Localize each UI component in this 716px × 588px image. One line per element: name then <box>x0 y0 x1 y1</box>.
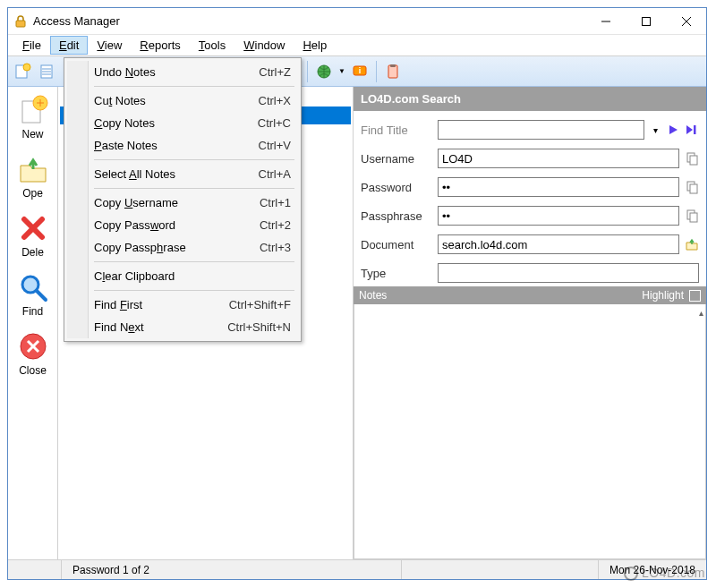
menu-help[interactable]: Help <box>294 36 336 55</box>
svg-point-6 <box>23 64 30 71</box>
tool-clipboard-icon[interactable] <box>382 61 404 82</box>
sidebar-new-label: New <box>21 128 43 141</box>
tool-open-icon[interactable] <box>37 61 58 82</box>
menu-separator <box>94 159 294 160</box>
svg-rect-2 <box>642 17 650 25</box>
password-input[interactable] <box>438 177 679 197</box>
svg-line-20 <box>37 291 46 300</box>
document-input[interactable] <box>438 234 679 254</box>
new-icon <box>17 94 49 126</box>
passphrase-input[interactable] <box>438 206 679 226</box>
play-end-icon[interactable] <box>685 124 699 136</box>
menu-separator <box>94 261 294 262</box>
close-circle-icon <box>17 330 49 362</box>
status-date: Mon 26-Nov-2018 <box>598 560 706 579</box>
row-passphrase: Passphrase <box>361 206 699 226</box>
menu-find-next[interactable]: Find NextCtrl+Shift+N <box>67 316 298 338</box>
sidebar-close-label: Close <box>19 364 47 377</box>
sidebar-delete[interactable]: Dele <box>17 212 49 259</box>
delete-x-icon <box>17 212 49 244</box>
menu-view[interactable]: View <box>88 36 131 55</box>
status-empty <box>8 560 62 579</box>
menu-undo-notes[interactable]: Undo NotesCtrl+Z <box>67 61 298 83</box>
action-sidebar: New Ope Dele Find Close <box>8 87 58 559</box>
chevron-down-icon[interactable]: ▼ <box>338 67 345 75</box>
menu-separator <box>94 86 294 87</box>
chevron-down-icon[interactable]: ▾ <box>650 125 661 135</box>
minimize-button[interactable] <box>585 8 626 34</box>
menu-window[interactable]: Window <box>234 36 294 55</box>
svg-rect-26 <box>690 156 697 165</box>
menu-copy-username[interactable]: Copy UsernameCtrl+1 <box>67 192 298 214</box>
find-magnifier-icon <box>17 271 49 303</box>
type-label: Type <box>361 267 432 280</box>
play-icon[interactable] <box>667 124 679 136</box>
passphrase-label: Passphrase <box>361 209 432 223</box>
scroll-up-icon[interactable]: ▴ <box>699 308 703 318</box>
svg-rect-28 <box>690 184 697 193</box>
find-title-label: Find Title <box>361 124 432 137</box>
menu-gutter <box>67 61 89 338</box>
menu-copy-notes[interactable]: Copy NotesCtrl+C <box>67 112 298 134</box>
titlebar: Access Manager <box>8 8 706 35</box>
svg-rect-13 <box>388 65 397 78</box>
sidebar-open[interactable]: Ope <box>17 153 49 200</box>
menu-tools[interactable]: Tools <box>190 36 234 55</box>
menu-find-first[interactable]: Find FirstCtrl+Shift+F <box>67 294 298 316</box>
notes-textarea[interactable]: ▴ <box>354 304 706 559</box>
tool-help-icon[interactable]: i <box>349 61 371 82</box>
sidebar-close[interactable]: Close <box>17 330 49 377</box>
notes-label: Notes <box>359 289 387 302</box>
status-left: Password 1 of 2 <box>62 560 402 579</box>
toolbar-separator <box>376 61 377 82</box>
maximize-button[interactable] <box>626 8 666 34</box>
menu-clear-clipboard[interactable]: Clear Clipboard <box>67 265 298 287</box>
sidebar-find[interactable]: Find <box>17 271 49 318</box>
copy-icon[interactable] <box>685 151 699 166</box>
find-title-input[interactable] <box>438 120 644 140</box>
open-folder-icon <box>17 153 49 185</box>
menu-reports[interactable]: Reports <box>131 36 190 55</box>
document-label: Document <box>361 238 432 251</box>
svg-rect-30 <box>690 213 697 222</box>
menu-file[interactable]: File <box>13 36 50 55</box>
password-label: Password <box>361 181 432 194</box>
menu-copy-password[interactable]: Copy PasswordCtrl+2 <box>67 214 298 236</box>
tool-globe-icon[interactable] <box>313 61 335 82</box>
svg-rect-24 <box>694 125 696 134</box>
svg-text:i: i <box>359 66 362 75</box>
window-title: Access Manager <box>33 14 120 28</box>
menu-paste-notes[interactable]: Paste NotesCtrl+V <box>67 134 298 157</box>
sidebar-open-label: Ope <box>22 187 43 200</box>
type-input[interactable] <box>438 263 699 283</box>
copy-icon[interactable] <box>685 209 699 223</box>
app-window: Access Manager File Edit View Reports To… <box>7 7 707 580</box>
toolbar-separator <box>307 61 308 82</box>
menu-cut-notes[interactable]: Cut NotesCtrl+X <box>67 89 298 112</box>
menu-separator <box>94 290 294 291</box>
row-find-title: Find Title ▾ <box>361 120 699 140</box>
detail-header: LO4D.com Search <box>354 87 706 111</box>
sidebar-new[interactable]: New <box>17 94 49 141</box>
tool-new-icon[interactable] <box>12 61 33 82</box>
username-input[interactable] <box>438 149 679 168</box>
row-document: Document <box>361 234 699 254</box>
lock-icon <box>13 14 28 29</box>
statusbar: Password 1 of 2 Mon 26-Nov-2018 <box>8 559 706 579</box>
menu-select-all[interactable]: Select All NotesCtrl+A <box>67 163 298 185</box>
open-folder-icon[interactable] <box>685 237 699 251</box>
menu-copy-passphrase[interactable]: Copy PassphraseCtrl+3 <box>67 236 298 259</box>
detail-form: Find Title ▾ Username <box>354 111 706 286</box>
row-type: Type <box>361 263 699 283</box>
username-label: Username <box>361 152 432 166</box>
close-button[interactable] <box>666 8 706 34</box>
highlight-checkbox[interactable] <box>689 290 701 302</box>
row-username: Username <box>361 149 699 168</box>
sidebar-find-label: Find <box>22 305 43 318</box>
notes-header: Notes Highlight <box>354 286 706 304</box>
edit-menu-dropdown: Undo NotesCtrl+Z Cut NotesCtrl+X Copy No… <box>64 57 302 342</box>
menu-edit[interactable]: Edit <box>50 36 88 55</box>
copy-icon[interactable] <box>685 180 699 194</box>
detail-pane: LO4D.com Search Find Title ▾ Username <box>354 87 706 559</box>
svg-rect-14 <box>390 64 396 67</box>
